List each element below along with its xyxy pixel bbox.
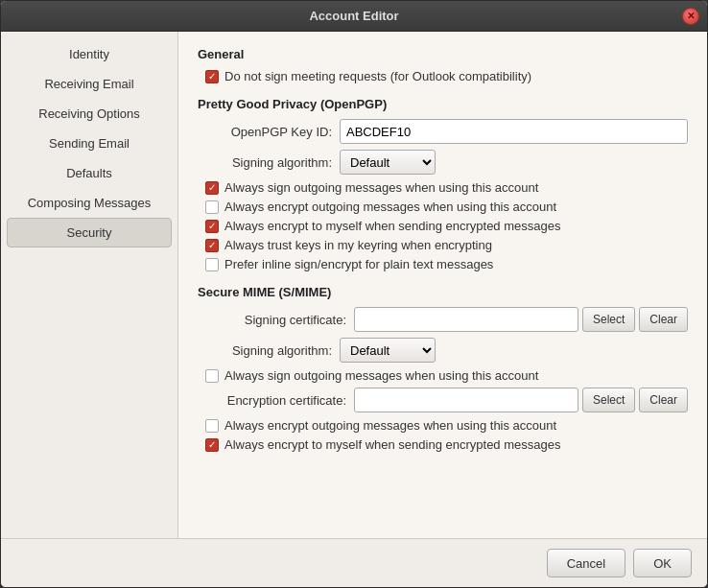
pgp-encrypt-row: Always encrypt outgoing messages when us… — [198, 200, 688, 214]
pgp-encrypt-checkbox[interactable] — [205, 200, 219, 214]
pgp-signing-algo-row: Signing algorithm: Default SHA-1 SHA-256… — [198, 150, 688, 175]
signing-cert-row: Signing certificate: Select Clear — [198, 307, 688, 332]
pgp-section: Pretty Good Privacy (OpenPGP) OpenPGP Ke… — [198, 97, 688, 271]
signing-cert-input[interactable] — [354, 307, 578, 332]
pgp-signing-algo-label: Signing algorithm: — [198, 155, 332, 170]
encryption-cert-clear-button[interactable]: Clear — [639, 388, 688, 412]
encryption-cert-row: Encryption certificate: Select Clear — [198, 388, 688, 412]
pgp-inline-label: Prefer inline sign/encrypt for plain tex… — [224, 257, 493, 271]
titlebar: Account Editor ✕ — [1, 1, 707, 32]
smime-encrypt-checkbox[interactable] — [205, 419, 219, 433]
sidebar: Identity Receiving Email Receiving Optio… — [1, 32, 178, 538]
smime-encrypt-label: Always encrypt outgoing messages when us… — [224, 418, 556, 433]
smime-encrypt-self-row: ✓ Always encrypt to myself when sending … — [198, 437, 688, 452]
pgp-inline-checkbox[interactable] — [205, 258, 219, 271]
sidebar-item-receiving-email[interactable]: Receiving Email — [1, 69, 177, 99]
encryption-cert-select-button[interactable]: Select — [582, 388, 635, 412]
sidebar-item-defaults[interactable]: Defaults — [1, 158, 177, 188]
pgp-trust-label: Always trust keys in my keyring when enc… — [224, 238, 492, 252]
pgp-title: Pretty Good Privacy (OpenPGP) — [198, 97, 688, 111]
footer: Cancel OK — [1, 538, 707, 587]
sidebar-item-security[interactable]: Security — [7, 218, 172, 247]
sidebar-item-receiving-options[interactable]: Receiving Options — [1, 99, 177, 129]
meeting-label: Do not sign meeting requests (for Outloo… — [224, 69, 531, 83]
smime-section: Secure MIME (S/MIME) Signing certificate… — [198, 285, 688, 452]
smime-encrypt-self-checkbox[interactable]: ✓ — [205, 438, 219, 452]
pgp-sign-checkbox[interactable]: ✓ — [205, 181, 219, 195]
pgp-sign-row: ✓ Always sign outgoing messages when usi… — [198, 180, 688, 195]
pgp-signing-algo-select[interactable]: Default SHA-1 SHA-256 SHA-512 — [340, 150, 436, 175]
pgp-inline-row: Prefer inline sign/encrypt for plain tex… — [198, 257, 688, 271]
smime-sign-checkbox[interactable] — [205, 369, 219, 383]
pgp-encrypt-self-checkbox[interactable]: ✓ — [205, 220, 219, 233]
pgp-encrypt-self-label: Always encrypt to myself when sending en… — [224, 219, 560, 233]
signing-cert-clear-button[interactable]: Clear — [639, 307, 688, 332]
smime-title: Secure MIME (S/MIME) — [198, 285, 688, 299]
meeting-checkbox-row: ✓ Do not sign meeting requests (for Outl… — [198, 69, 688, 83]
main-panel: General ✓ Do not sign meeting requests (… — [178, 32, 707, 538]
close-button[interactable]: ✕ — [682, 8, 699, 25]
smime-signing-algo-label: Signing algorithm: — [198, 343, 332, 358]
meeting-checkbox[interactable]: ✓ — [205, 70, 219, 83]
pgp-keyid-input[interactable] — [340, 119, 688, 144]
pgp-keyid-row: OpenPGP Key ID: — [198, 119, 688, 144]
pgp-encrypt-self-row: ✓ Always encrypt to myself when sending … — [198, 219, 688, 233]
pgp-trust-checkbox[interactable]: ✓ — [205, 239, 219, 252]
smime-signing-algo-select[interactable]: Default SHA-1 SHA-256 SHA-512 — [340, 338, 436, 363]
account-editor-window: Account Editor ✕ Identity Receiving Emai… — [0, 0, 708, 588]
sidebar-item-composing-messages[interactable]: Composing Messages — [1, 188, 177, 218]
signing-cert-select-button[interactable]: Select — [582, 307, 635, 332]
general-section: General ✓ Do not sign meeting requests (… — [198, 47, 688, 83]
pgp-sign-label: Always sign outgoing messages when using… — [224, 180, 538, 195]
smime-encrypt-row: Always encrypt outgoing messages when us… — [198, 418, 688, 433]
window-title: Account Editor — [309, 9, 398, 23]
pgp-keyid-label: OpenPGP Key ID: — [198, 125, 332, 139]
sidebar-item-identity[interactable]: Identity — [1, 39, 177, 69]
encryption-cert-label: Encryption certificate: — [198, 393, 346, 408]
signing-cert-label: Signing certificate: — [198, 313, 346, 327]
cancel-button[interactable]: Cancel — [547, 549, 625, 577]
smime-sign-label: Always sign outgoing messages when using… — [224, 368, 538, 383]
smime-encrypt-self-label: Always encrypt to myself when sending en… — [224, 437, 560, 452]
smime-signing-algo-row: Signing algorithm: Default SHA-1 SHA-256… — [198, 338, 688, 363]
sidebar-item-sending-email[interactable]: Sending Email — [1, 129, 177, 158]
main-content: Identity Receiving Email Receiving Optio… — [1, 32, 707, 538]
general-title: General — [198, 47, 688, 61]
pgp-encrypt-label: Always encrypt outgoing messages when us… — [224, 200, 556, 214]
pgp-trust-row: ✓ Always trust keys in my keyring when e… — [198, 238, 688, 252]
smime-sign-row: Always sign outgoing messages when using… — [198, 368, 688, 383]
ok-button[interactable]: OK — [633, 549, 692, 577]
encryption-cert-input[interactable] — [354, 388, 578, 412]
